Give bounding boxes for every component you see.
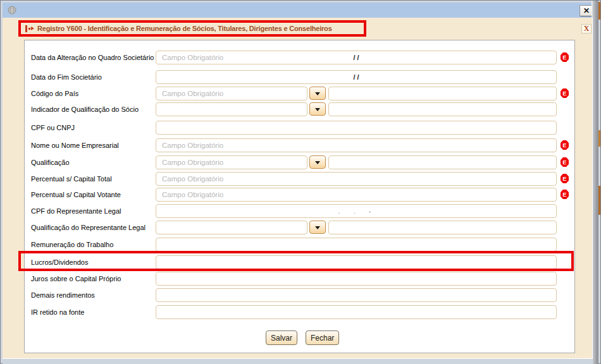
text-input[interactable] [156, 288, 557, 302]
split-field-group [156, 102, 557, 116]
placeholder-text: Campo Obrigatório [162, 139, 223, 152]
text-input[interactable] [156, 238, 557, 252]
field-label: Percentual s/ Capital Votante [31, 188, 121, 202]
text-input[interactable]: . . - [156, 204, 557, 218]
form-row: Indicador de Qualificação do Sócio [1, 102, 601, 116]
field-label: CPF do Representante Legal [31, 204, 121, 218]
split-field-group [156, 221, 557, 234]
form-row: Qualificação do Representante Legal [1, 221, 601, 234]
save-button[interactable]: Salvar [266, 331, 297, 345]
error-badge: E [561, 52, 569, 62]
error-badge: E [561, 190, 569, 199]
form-row: Qualificação Campo Obrigatório E [1, 155, 601, 169]
field-label: Data do Fim Societário [31, 70, 102, 84]
dialog-close-icon[interactable]: X [581, 24, 592, 33]
text-input[interactable] [156, 305, 557, 319]
placeholder-text: Campo Obrigatório [162, 188, 223, 201]
description-input[interactable] [328, 155, 557, 169]
form-row: Percentual s/ Capital Votante Campo Obri… [1, 188, 601, 202]
window-bottom-frame [3, 358, 593, 364]
header-annotation-box: Registro Y600 - Identificação e Remunera… [18, 20, 366, 37]
field-label: Código do País [31, 87, 78, 100]
field-label: Data da Alteração no Quadro Societário [31, 51, 154, 64]
code-input[interactable] [156, 221, 307, 234]
background-window-edge [598, 2, 600, 20]
field-label: Qualificação [31, 155, 70, 169]
field-label: Juros sobre o Capital Próprio [31, 272, 121, 286]
form-row: Demais rendimentos [1, 288, 601, 302]
chevron-down-icon [315, 108, 320, 111]
error-badge: E [561, 157, 569, 167]
field-label: CPF ou CNPJ [31, 121, 75, 135]
dropdown-button[interactable] [309, 155, 326, 169]
placeholder-text: Campo Obrigatório [162, 87, 223, 100]
code-input[interactable]: Campo Obrigatório [156, 87, 307, 100]
text-input[interactable] [156, 272, 557, 286]
annotation-box-lucros-dividendos [18, 251, 574, 271]
input-mask: / / [156, 51, 556, 64]
error-badge: E [561, 88, 569, 98]
title-bar: ✕ [3, 3, 593, 18]
form-row: Data da Alteração no Quadro Societário C… [1, 51, 601, 64]
form-row: Data do Fim Societário / / [1, 70, 601, 84]
form-row: Código do País Campo Obrigatório E [1, 87, 601, 100]
text-input[interactable] [156, 121, 557, 135]
input-mask: . . - [156, 205, 556, 217]
field-label: Demais rendimentos [31, 288, 95, 302]
description-input[interactable] [328, 102, 557, 116]
record-icon [25, 25, 34, 32]
field-label: Qualificação do Representante Legal [31, 221, 146, 234]
form-row: Juros sobre o Capital Próprio [1, 272, 601, 286]
input-mask: / / [156, 71, 556, 83]
error-badge: E [561, 174, 569, 183]
split-field-group: Campo Obrigatório [156, 155, 557, 169]
chevron-down-icon [315, 226, 320, 229]
chevron-down-icon [315, 92, 320, 95]
field-label: Nome ou Nome Empresarial [31, 138, 119, 152]
form-row: CPF do Representante Legal . . - [1, 204, 601, 218]
code-input[interactable]: Campo Obrigatório [156, 155, 307, 169]
form-row: Remuneração do Trabalho [1, 238, 601, 252]
field-label: Percentual s/ Capital Total [31, 172, 112, 186]
text-input[interactable]: / / [156, 70, 557, 84]
text-input[interactable]: Campo Obrigatório [156, 138, 557, 152]
dialog-window: ✕ Registro Y600 - Identificação e Remune… [0, 0, 601, 364]
chevron-down-icon [315, 161, 320, 164]
form-row: Percentual s/ Capital Total Campo Obriga… [1, 172, 601, 186]
description-input[interactable] [328, 221, 557, 234]
field-label: IR retido na fonte [31, 305, 84, 319]
field-label: Indicador de Qualificação do Sócio [31, 102, 139, 116]
close-button[interactable]: Fechar [306, 331, 339, 345]
globe-icon [8, 6, 16, 15]
text-input[interactable]: Campo Obrigatório [156, 172, 557, 186]
form-row: CPF ou CNPJ [1, 121, 601, 135]
page-title: Registro Y600 - Identificação e Remunera… [37, 25, 332, 32]
split-field-group: Campo Obrigatório [156, 87, 557, 100]
description-input[interactable] [328, 87, 557, 100]
placeholder-text: Campo Obrigatório [162, 156, 223, 169]
dropdown-button[interactable] [309, 87, 326, 100]
text-input[interactable]: Campo Obrigatório / / [156, 51, 557, 64]
form-row: IR retido na fonte [1, 305, 601, 319]
error-badge: E [561, 140, 569, 150]
text-input[interactable]: Campo Obrigatório [156, 188, 557, 202]
dropdown-button[interactable] [309, 102, 326, 116]
field-label: Remuneração do Trabalho [31, 238, 113, 252]
code-input[interactable] [156, 102, 307, 116]
placeholder-text: Campo Obrigatório [162, 173, 223, 185]
form-row: Nome ou Nome Empresarial Campo Obrigatór… [1, 138, 601, 152]
dropdown-button[interactable] [309, 221, 326, 234]
